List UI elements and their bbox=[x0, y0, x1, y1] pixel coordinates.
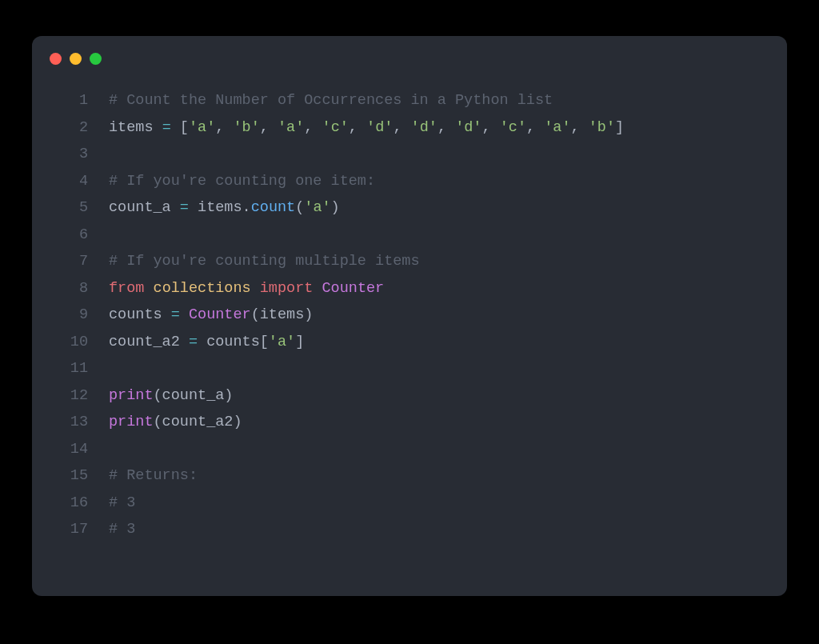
token-comment: # If you're counting one item: bbox=[109, 173, 375, 190]
code-line-content[interactable] bbox=[109, 355, 787, 382]
token-string: 'd' bbox=[455, 119, 481, 136]
code-line-content[interactable]: items = ['a', 'b', 'a', 'c', 'd', 'd', '… bbox=[109, 114, 787, 142]
code-line[interactable]: 7# If you're counting multiple items bbox=[32, 248, 787, 275]
code-line-content[interactable]: count_a2 = counts['a'] bbox=[109, 329, 787, 356]
code-line-content[interactable]: # If you're counting one item: bbox=[109, 168, 787, 195]
line-number: 7 bbox=[32, 248, 109, 275]
code-line[interactable]: 11 bbox=[32, 355, 787, 382]
minimize-icon[interactable] bbox=[70, 53, 82, 65]
token-ident bbox=[180, 306, 189, 323]
code-line-content[interactable]: # Returns: bbox=[109, 462, 787, 490]
token-ident bbox=[251, 280, 260, 297]
line-number: 14 bbox=[32, 436, 109, 463]
code-line-content[interactable] bbox=[109, 436, 787, 463]
token-keyword: print bbox=[109, 387, 154, 404]
token-punct: [ bbox=[171, 119, 189, 136]
token-ident bbox=[313, 280, 322, 297]
token-redkw: import bbox=[260, 280, 314, 297]
code-line[interactable]: 9counts = Counter(items) bbox=[32, 302, 787, 329]
token-string: 'd' bbox=[411, 119, 437, 136]
code-line[interactable]: 15# Returns: bbox=[32, 462, 787, 490]
token-string: 'a' bbox=[544, 119, 570, 136]
token-string: 'a' bbox=[269, 334, 295, 350]
code-line-content[interactable]: # Count the Number of Occurrences in a P… bbox=[109, 87, 787, 114]
token-comment: # 3 bbox=[109, 494, 135, 511]
code-line[interactable]: 3 bbox=[32, 141, 787, 168]
token-punct: ] bbox=[615, 119, 624, 136]
line-number: 4 bbox=[32, 168, 109, 195]
code-line[interactable]: 14 bbox=[32, 436, 787, 463]
line-number: 11 bbox=[32, 355, 109, 382]
code-line[interactable]: 6 bbox=[32, 222, 787, 249]
code-editor[interactable]: 1# Count the Number of Occurrences in a … bbox=[32, 81, 787, 543]
line-number: 1 bbox=[32, 87, 109, 114]
token-op: = bbox=[180, 199, 189, 216]
code-line[interactable]: 16# 3 bbox=[32, 490, 787, 517]
code-line[interactable]: 5count_a = items.count('a') bbox=[32, 194, 787, 222]
token-ident: counts[ bbox=[198, 334, 269, 350]
code-line-content[interactable] bbox=[109, 141, 787, 168]
token-punct: , bbox=[481, 119, 499, 136]
maximize-icon[interactable] bbox=[90, 53, 102, 65]
token-op: = bbox=[189, 334, 198, 350]
code-line[interactable]: 10count_a2 = counts['a'] bbox=[32, 329, 787, 356]
code-line[interactable]: 8from collections import Counter bbox=[32, 275, 787, 302]
line-number: 6 bbox=[32, 222, 109, 249]
token-op: = bbox=[171, 306, 180, 323]
line-number: 12 bbox=[32, 382, 109, 410]
code-line-content[interactable]: # 3 bbox=[109, 490, 787, 517]
line-number: 3 bbox=[32, 141, 109, 168]
close-icon[interactable] bbox=[50, 53, 62, 65]
token-punct: (count_a2) bbox=[154, 414, 242, 430]
token-punct: ) bbox=[331, 199, 340, 216]
token-string: 'a' bbox=[278, 119, 304, 136]
token-comment: # Count the Number of Occurrences in a P… bbox=[109, 92, 553, 109]
editor-window: 1# Count the Number of Occurrences in a … bbox=[32, 36, 787, 596]
code-line-content[interactable]: from collections import Counter bbox=[109, 275, 787, 302]
token-string: 'a' bbox=[189, 119, 215, 136]
token-punct: , bbox=[571, 119, 589, 136]
token-comment: # Returns: bbox=[109, 467, 198, 484]
token-func: count bbox=[251, 199, 296, 216]
line-number: 5 bbox=[32, 194, 109, 222]
line-number: 8 bbox=[32, 275, 109, 302]
token-ident: ] bbox=[295, 334, 304, 350]
token-string: 'd' bbox=[366, 119, 393, 136]
token-punct: ( bbox=[295, 199, 304, 216]
code-line-content[interactable] bbox=[109, 222, 787, 249]
token-punct: , bbox=[260, 119, 278, 136]
code-line[interactable]: 13print(count_a2) bbox=[32, 409, 787, 436]
token-comment: # If you're counting multiple items bbox=[109, 253, 420, 270]
line-number: 10 bbox=[32, 329, 109, 356]
token-punct: , bbox=[437, 119, 455, 136]
token-objname: collections bbox=[154, 280, 251, 297]
token-ident: items bbox=[109, 119, 162, 136]
token-string: 'b' bbox=[233, 119, 259, 136]
code-line[interactable]: 4# If you're counting one item: bbox=[32, 168, 787, 195]
token-op: = bbox=[162, 119, 171, 136]
token-punct: (count_a) bbox=[154, 387, 234, 404]
line-number: 17 bbox=[32, 516, 109, 543]
token-string: 'b' bbox=[589, 119, 615, 136]
token-punct: , bbox=[215, 119, 233, 136]
line-number: 13 bbox=[32, 409, 109, 436]
code-line[interactable]: 17# 3 bbox=[32, 516, 787, 543]
token-punct: (items) bbox=[251, 306, 314, 323]
code-line[interactable]: 2items = ['a', 'b', 'a', 'c', 'd', 'd', … bbox=[32, 114, 787, 142]
token-comment: # 3 bbox=[109, 521, 135, 538]
line-number: 15 bbox=[32, 462, 109, 490]
token-keyword: print bbox=[109, 414, 154, 430]
code-line-content[interactable]: count_a = items.count('a') bbox=[109, 194, 787, 222]
code-line-content[interactable]: print(count_a2) bbox=[109, 409, 787, 436]
token-string: 'c' bbox=[322, 119, 349, 136]
code-line-content[interactable]: print(count_a) bbox=[109, 382, 787, 410]
token-keyword: Counter bbox=[189, 306, 251, 323]
code-line[interactable]: 12print(count_a) bbox=[32, 382, 787, 410]
code-line-content[interactable]: counts = Counter(items) bbox=[109, 302, 787, 329]
token-punct: , bbox=[393, 119, 410, 136]
token-ident: count_a bbox=[109, 199, 180, 216]
code-line-content[interactable]: # If you're counting multiple items bbox=[109, 248, 787, 275]
code-line-content[interactable]: # 3 bbox=[109, 516, 787, 543]
code-line[interactable]: 1# Count the Number of Occurrences in a … bbox=[32, 87, 787, 114]
line-number: 2 bbox=[32, 114, 109, 142]
